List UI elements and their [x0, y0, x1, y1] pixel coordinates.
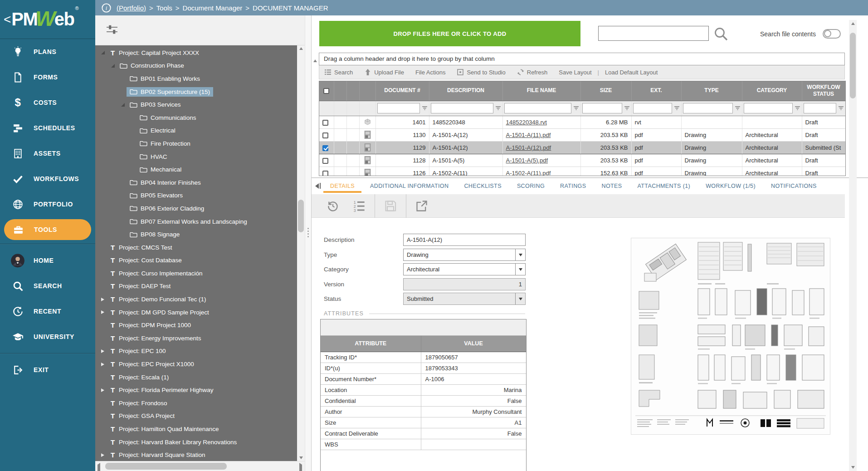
chevron-down-icon[interactable] [515, 249, 525, 260]
sidebar-item-workflows[interactable]: WORKFLOWS [0, 166, 95, 191]
collapsed-arrow-icon[interactable] [99, 388, 107, 392]
filter-input-category[interactable] [744, 103, 793, 113]
tree-hscroll-thumb[interactable] [105, 463, 227, 470]
tab-additional-information[interactable]: ADDITIONAL INFORMATION [362, 179, 456, 193]
attribute-value[interactable]: A-1006 [421, 373, 526, 384]
scroll-right-icon[interactable] [299, 465, 302, 471]
column-header-ext[interactable]: EXT. [631, 81, 681, 101]
tree-item-bp04-interior-finishes[interactable]: BP04 Interior Finishes [95, 176, 297, 189]
panel-splitter[interactable] [305, 15, 311, 471]
tree-item-project-florida-perimeter-highway[interactable]: TProject: Florida Perimeter Highway [95, 383, 297, 397]
tree-item-communications[interactable]: Communications [95, 111, 297, 124]
attribute-value[interactable]: Murphy Consultant [421, 406, 526, 417]
toolbar-button-load-default-layout[interactable]: Load Default Layout [605, 69, 658, 76]
document-row-1126[interactable]: 1126A-1502-A(11)A-1502-A(11).pdf152.63 K… [319, 167, 845, 176]
sidebar-item-exit[interactable]: EXIT [0, 357, 95, 383]
sidebar-item-co-sts[interactable]: $CO­STS [0, 90, 95, 115]
numbered-list-icon[interactable]: 123 [346, 200, 372, 212]
tree-item-project-capital-project-xxxx[interactable]: TProject: Capital Project XXXX [95, 46, 297, 59]
tree-item-project-epc-project-x1000[interactable]: TProject: EPC Project X1000 [95, 358, 297, 371]
row-checkbox[interactable] [322, 171, 328, 176]
toolbar-button-refresh[interactable]: Refresh [517, 69, 548, 76]
tab-workflow-1-5[interactable]: WORKFLOW (1/5) [698, 179, 763, 193]
type-select[interactable]: Drawing [403, 249, 526, 261]
sidebar-collapse-chevron[interactable]: < [4, 12, 11, 27]
main-vscroll-thumb[interactable] [850, 33, 856, 98]
tree-item-construction-phase[interactable]: Construction Phase [95, 59, 297, 73]
tree-item-fire-protection[interactable]: Fire Protection [95, 137, 297, 150]
drop-files-button[interactable]: DROP FILES HERE OR CLICK TO ADD [319, 21, 580, 46]
collapsed-arrow-icon[interactable] [99, 349, 107, 353]
column-header-category[interactable]: CATEGORY [742, 81, 802, 101]
breadcrumb-item-portfolio[interactable]: (Portfolio) [117, 4, 146, 12]
tree-item-project-hamilton-quad-maintenance[interactable]: TProject: Hamilton Quad Maintenance [95, 422, 297, 436]
row-checkbox[interactable] [322, 120, 328, 126]
pmweb-logo[interactable]: <PMWeb® [0, 0, 95, 39]
column-header-document[interactable]: DOCUMENT # [375, 81, 429, 101]
scroll-down-icon[interactable] [297, 456, 305, 459]
breadcrumb-item-document-manager[interactable]: DOCUMENT MANAGER [253, 4, 328, 12]
collapsed-arrow-icon[interactable] [99, 310, 107, 314]
row-checkbox[interactable] [322, 145, 328, 151]
tree-item-bp07-external-works-and-landscaping[interactable]: BP07 External Works and Landscaping [95, 215, 297, 228]
tab-attachments-1[interactable]: ATTACHMENTS (1) [630, 179, 698, 193]
column-header-description[interactable]: DESCRIPTION [429, 81, 502, 101]
tree-item-project-dm-gpd-sample-project[interactable]: TProject: DM GPD Sample Project [95, 306, 297, 319]
search-contents-toggle[interactable] [823, 29, 841, 39]
sidebar-item-search[interactable]: SEARCH [0, 273, 95, 299]
row-checkbox[interactable] [322, 132, 328, 138]
tree-item-project-energy-improvements[interactable]: TProject: Energy Improvements [95, 332, 297, 345]
document-row-1130[interactable]: 1130A-1501-A(12)A-1501-A(11).pdf203.53 K… [319, 128, 845, 141]
expanded-arrow-icon[interactable] [119, 103, 127, 107]
tree-item-project-harvard-square-station[interactable]: TProject: Harvard Square Station [95, 448, 297, 461]
toolbar-button-save-layout[interactable]: Save Layout [559, 69, 591, 76]
grid-scroll-up-icon[interactable] [313, 52, 317, 60]
tab-notifications[interactable]: NOTIFICATIONS [763, 179, 824, 193]
tree-item-mechanical[interactable]: Mechanical [95, 163, 297, 176]
version-history-icon[interactable] [320, 200, 346, 212]
filter-input-ext[interactable] [633, 103, 672, 113]
tree-vertical-scrollbar[interactable] [297, 45, 305, 461]
tree-item-bp01-enabling-works[interactable]: BP01 Enabling Works [95, 72, 297, 85]
tree-item-project-demo-funcional-tec-1[interactable]: TProject: Demo Funcional Tec (1) [95, 293, 297, 306]
sidebar-item-assets[interactable]: ASSETS [0, 141, 95, 166]
file-name-link[interactable]: A-1501-A(11).pdf [506, 132, 551, 138]
search-icon[interactable] [713, 26, 728, 41]
expanded-arrow-icon[interactable] [99, 51, 107, 54]
save-icon[interactable] [377, 200, 404, 212]
group-by-bar[interactable]: Drag a column header and drop it here to… [319, 53, 845, 65]
sidebar-item-home[interactable]: HOME [0, 248, 95, 273]
attribute-value[interactable]: Marina [421, 384, 526, 395]
attribute-value[interactable]: False [421, 428, 526, 439]
tree-horizontal-scrollbar[interactable] [95, 461, 305, 471]
filter-input-type[interactable] [683, 103, 733, 113]
toolbar-button-upload-file[interactable]: Upload File [364, 69, 404, 76]
category-select[interactable]: Architectural [403, 263, 526, 275]
splitter-handle[interactable] [307, 228, 309, 237]
tab-ratings[interactable]: RATINGS [552, 179, 594, 193]
scroll-up-icon[interactable] [297, 47, 305, 50]
description-input[interactable] [404, 236, 525, 243]
info-icon[interactable]: i [101, 3, 112, 13]
row-checkbox[interactable] [322, 158, 328, 164]
column-header-type[interactable]: TYPE [681, 81, 742, 101]
column-header-file-name[interactable]: FILE NAME [502, 81, 580, 101]
tree-item-bp02-superstructure-15[interactable]: BP02 Superstructure (15) [95, 85, 297, 98]
tree-filter-sliders-icon[interactable] [105, 23, 119, 36]
sidebar-item-tools[interactable]: TOOLS [4, 219, 91, 240]
tree-item-project-epc-100[interactable]: TProject: EPC 100 [95, 345, 297, 358]
tab-checklists[interactable]: CHECKLISTS [456, 179, 509, 193]
tab-details[interactable]: DETAILS [322, 179, 362, 193]
sidebar-item-forms[interactable]: FORMS [0, 64, 95, 90]
chevron-down-icon[interactable] [515, 264, 525, 275]
column-header-workflow-status[interactable]: WORKFLOW STATUS [802, 81, 845, 101]
scroll-left-icon[interactable] [98, 465, 100, 471]
tree-item-project-frondoso[interactable]: TProject: Frondoso [95, 397, 297, 410]
document-row-1401[interactable]: 140114852203481485220348.rvt6.28 MBrvtDr… [319, 116, 845, 128]
document-row-1129[interactable]: 1129A-1501-A(12)A-1501-A(12).pdf203.53 K… [319, 141, 845, 154]
file-name-link[interactable]: 1485220348.rvt [506, 119, 547, 126]
filter-input-size[interactable] [582, 103, 622, 113]
chevron-down-icon[interactable] [515, 293, 525, 304]
attribute-value[interactable]: A1 [421, 417, 526, 428]
document-preview-image[interactable] [631, 238, 830, 435]
